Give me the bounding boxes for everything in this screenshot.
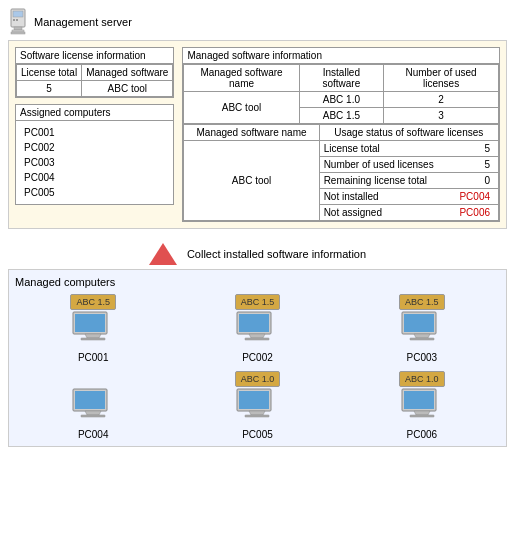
- license-info-panel: Software license information License tot…: [15, 47, 174, 222]
- svg-marker-17: [414, 334, 430, 338]
- status-license-total: License total 5: [319, 141, 498, 157]
- installed-software-table: Managed software name Installed software…: [183, 64, 499, 124]
- license-col-header-software: Managed software: [82, 65, 173, 81]
- managed-panel-title: Managed software information: [183, 48, 499, 64]
- installed-abc10: ABC 1.0: [299, 92, 384, 108]
- status-col-usage: Usage status of software licenses: [319, 125, 498, 141]
- usage-status-table: Managed software name Usage status of so…: [183, 124, 499, 221]
- computer-item-pc001: ABC 1.5 PC001: [15, 294, 171, 363]
- table-row: 5 ABC tool: [17, 81, 173, 97]
- svg-marker-25: [249, 411, 265, 415]
- svg-rect-5: [12, 30, 24, 32]
- software-box-pc001: ABC 1.5: [70, 294, 116, 310]
- license-panel-title: Software license information: [16, 48, 173, 64]
- installed-software-name: ABC tool: [184, 92, 299, 124]
- software-box-pc006: ABC 1.0: [399, 371, 445, 387]
- table-row: ABC tool License total 5: [184, 141, 499, 157]
- outer-box: Software license information License tot…: [8, 40, 507, 229]
- computer-label-pc002: PC002: [242, 352, 273, 363]
- list-item: PC003: [24, 155, 165, 170]
- svg-rect-30: [410, 415, 434, 417]
- svg-marker-9: [85, 334, 101, 338]
- installed-abc15: ABC 1.5: [299, 108, 384, 124]
- computer-label-pc006: PC006: [407, 429, 438, 440]
- assigned-title: Assigned computers: [16, 105, 173, 121]
- computer-icon-pc002: [231, 308, 283, 348]
- svg-rect-18: [410, 338, 434, 340]
- software-box-pc003: ABC 1.5: [399, 294, 445, 310]
- computer-label-pc004: PC004: [78, 429, 109, 440]
- computer-icon-pc003: [396, 308, 448, 348]
- col-managed-name: Managed software name: [184, 65, 299, 92]
- computer-icon-pc005: [231, 385, 283, 425]
- svg-rect-20: [75, 391, 105, 409]
- computer-item-pc003: ABC 1.5 PC003: [344, 294, 500, 363]
- computer-with-box-pc006: ABC 1.0: [396, 371, 448, 425]
- computer-with-box-pc002: ABC 1.5: [231, 294, 283, 348]
- svg-rect-28: [404, 391, 434, 409]
- computer-item-pc005: ABC 1.0 PC005: [179, 371, 335, 440]
- computer-icon-pc001: [67, 308, 119, 348]
- assigned-computers-box: Assigned computers PC001 PC002 PC003 PC0…: [15, 104, 174, 205]
- computer-item-pc004: PC004: [15, 371, 171, 440]
- management-server-text: Management server: [34, 16, 132, 28]
- svg-marker-21: [85, 411, 101, 415]
- svg-rect-8: [75, 314, 105, 332]
- computer-item-pc006: ABC 1.0 PC006: [344, 371, 500, 440]
- count-abc15: 3: [384, 108, 499, 124]
- server-icon: [8, 8, 28, 36]
- svg-rect-22: [81, 415, 105, 417]
- status-not-assigned: Not assigned PC006: [319, 205, 498, 221]
- list-item: PC002: [24, 140, 165, 155]
- svg-rect-2: [13, 19, 15, 21]
- count-abc10: 2: [384, 92, 499, 108]
- svg-rect-16: [404, 314, 434, 332]
- computer-label-pc001: PC001: [78, 352, 109, 363]
- svg-rect-24: [239, 391, 269, 409]
- svg-rect-3: [16, 19, 18, 21]
- status-col-name: Managed software name: [184, 125, 319, 141]
- license-table: License total Managed software 5 ABC too…: [16, 64, 173, 97]
- license-panel: Software license information License tot…: [15, 47, 174, 98]
- license-col-header-total: License total: [17, 65, 82, 81]
- svg-rect-26: [245, 415, 269, 417]
- status-used-licenses: Number of used licenses 5: [319, 157, 498, 173]
- svg-rect-10: [81, 338, 105, 340]
- list-item: PC005: [24, 185, 165, 200]
- svg-rect-1: [13, 11, 23, 17]
- arrow-label: Collect installed software information: [187, 248, 366, 260]
- status-not-installed: Not installed PC004: [319, 189, 498, 205]
- arrow-section: Collect installed software information: [8, 239, 507, 269]
- status-software-name: ABC tool: [184, 141, 319, 221]
- computer-icon-pc004: [67, 385, 119, 425]
- license-total-value: 5: [17, 81, 82, 97]
- svg-rect-12: [239, 314, 269, 332]
- software-box-pc002: ABC 1.5: [235, 294, 281, 310]
- computer-with-box-pc004: [67, 371, 119, 425]
- computer-with-box-pc003: ABC 1.5: [396, 294, 448, 348]
- col-used-licenses: Number of used licenses: [384, 65, 499, 92]
- col-installed-software: Installed software: [299, 65, 384, 92]
- software-box-pc005: ABC 1.0: [235, 371, 281, 387]
- list-item: PC001: [24, 125, 165, 140]
- assigned-list: PC001 PC002 PC003 PC004 PC005: [16, 121, 173, 204]
- list-item: PC004: [24, 170, 165, 185]
- svg-rect-4: [14, 27, 22, 30]
- svg-marker-29: [414, 411, 430, 415]
- management-server-label: Management server: [8, 8, 507, 36]
- computers-grid: ABC 1.5 PC001 ABC 1.5: [15, 294, 500, 440]
- managed-computers-title: Managed computers: [15, 276, 500, 288]
- status-remaining: Remaining license total 0: [319, 173, 498, 189]
- table-row: ABC tool ABC 1.0 2: [184, 92, 499, 108]
- top-section: Software license information License tot…: [15, 47, 500, 222]
- svg-rect-6: [11, 32, 25, 34]
- computer-with-box-pc001: ABC 1.5: [67, 294, 119, 348]
- managed-computers-section: Managed computers ABC 1.5 PC001 ABC 1.5: [8, 269, 507, 447]
- computer-with-box-pc005: ABC 1.0: [231, 371, 283, 425]
- svg-rect-14: [245, 338, 269, 340]
- computer-label-pc003: PC003: [407, 352, 438, 363]
- managed-software-panel: Managed software information Managed sof…: [182, 47, 500, 222]
- computer-item-pc002: ABC 1.5 PC002: [179, 294, 335, 363]
- svg-marker-13: [249, 334, 265, 338]
- license-software-value: ABC tool: [82, 81, 173, 97]
